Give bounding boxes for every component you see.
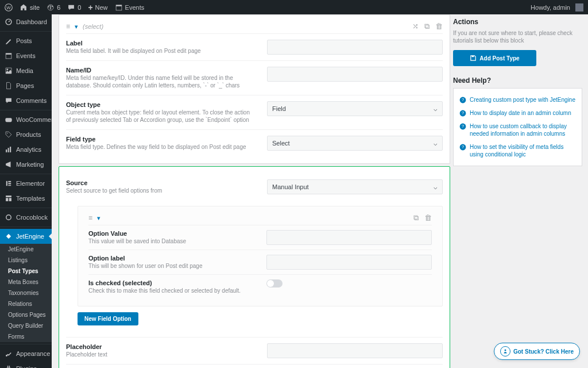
svg-text:?: ? [462,144,464,150]
menu-plugins[interactable]: Plugins [0,361,52,368]
svg-rect-10 [6,150,7,152]
source-title: Source [66,179,256,186]
menu-elementor[interactable]: Elementor [0,176,52,191]
help-link-3[interactable]: ?How to set the visibility of meta field… [459,140,576,161]
svg-rect-13 [6,181,7,186]
menu-dashboard[interactable]: Dashboard [0,14,52,29]
submenu-optionspages[interactable]: Options Pages [0,309,52,320]
svg-rect-19 [9,198,11,201]
help-widget[interactable]: Got Stuck? Click Here [494,343,580,360]
source-select[interactable]: Manual Input⌵ [267,179,443,194]
svg-rect-6 [6,53,11,55]
source-desc: Select source to get field options from [66,187,256,194]
objtype-select[interactable]: Field⌵ [267,101,443,116]
submenu-posttypes[interactable]: Post Types [0,266,52,277]
optvalue-desc: This value will be saved into Database [88,237,255,245]
caret-down-icon: ⌵ [434,105,438,113]
optlabel-input[interactable] [266,255,432,270]
events-link[interactable]: Events [115,3,145,12]
updates-link[interactable]: 6 [47,3,60,12]
actions-title: Actions [453,18,582,26]
howdy-user[interactable]: Howdy, admin [531,3,583,12]
field-source-row: Source Select source to get field option… [66,174,443,200]
menu-events[interactable]: Events [0,48,52,63]
optlabel-desc: This will be shown for user on Post edit… [88,262,255,270]
svg-rect-30 [472,56,474,57]
field-label-row: Label Meta field label. It will be displ… [66,33,443,60]
collapse-chevron-icon[interactable]: ▾ [97,214,100,222]
placeholder-input[interactable] [267,343,443,358]
svg-point-9 [7,133,7,133]
nameid-input[interactable] [267,67,443,82]
copy-icon[interactable]: ⧉ [424,22,430,31]
label-input[interactable] [267,40,443,55]
submenu-querybuilder[interactable]: Query Builder [0,320,52,331]
submenu-relations[interactable]: Relations [0,298,52,309]
drag-handle-icon[interactable]: ≡ [66,22,70,30]
submenu-forms[interactable]: Forms [0,331,52,342]
menu-woocommerce[interactable]: WooCommerce [0,112,52,127]
help-link-0[interactable]: ?Creating custom post type with JetEngin… [459,93,576,106]
submenu-taxonomies[interactable]: Taxonomies [0,288,52,298]
fieldtype-select[interactable]: Select⌵ [267,136,443,151]
delete-icon[interactable]: 🗑 [435,22,443,31]
new-field-option-button[interactable]: New Field Option [78,312,138,325]
help-title: Need Help? [453,76,582,85]
svg-text:W: W [6,5,11,10]
highlighted-section: Source Select source to get field option… [59,166,450,368]
meta-field-panel: ≡ ▾ (select) ⤭ ⧉ 🗑 Label Meta field labe… [59,14,450,164]
menu-marketing[interactable]: Marketing [0,157,52,172]
comments-link[interactable]: 0 [67,3,81,12]
collapse-chevron-icon[interactable]: ▾ [75,23,78,30]
optvalue-title: Option Value [88,230,255,237]
svg-rect-3 [116,5,122,6]
placeholder-desc: Placeholder text [66,351,256,358]
svg-point-39 [504,350,506,351]
ischecked-toggle[interactable] [266,279,283,288]
placeholder-title: Placeholder [66,343,256,350]
submenu-metaboxes[interactable]: Meta Boxes [0,277,52,288]
ischecked-title: Is checked (selected) [88,279,255,286]
add-post-type-button[interactable]: Add Post Type [453,50,536,66]
help-link-1[interactable]: ?How to display date in an admin column [459,106,576,120]
menu-products[interactable]: Products [0,127,52,142]
field-placeholder-row: Placeholder Placeholder text [66,337,443,364]
copy-icon[interactable]: ⧉ [413,213,419,223]
menu-analytics[interactable]: Analytics [0,142,52,157]
menu-posts[interactable]: Posts [0,33,52,48]
drag-handle-icon[interactable]: ≡ [88,214,92,222]
menu-appearance[interactable]: Appearance [0,346,52,361]
nameid-title: Name/ID [66,67,256,74]
shuffle-icon[interactable]: ⤭ [412,22,419,31]
submenu-listings[interactable]: Listings [0,255,52,266]
wp-logo[interactable]: W [5,3,13,12]
svg-rect-17 [6,195,11,197]
help-link-2[interactable]: ?How to use custom callback to display n… [459,120,576,140]
menu-media[interactable]: Media [0,63,52,78]
svg-point-20 [6,215,11,220]
svg-rect-11 [8,148,9,152]
fieldtype-title: Field type [66,136,256,143]
delete-icon[interactable]: 🗑 [424,213,432,223]
menu-comments[interactable]: Comments [0,93,52,108]
menu-pages[interactable]: Pages [0,78,52,93]
site-link[interactable]: site [20,3,40,12]
new-link[interactable]: +New [88,3,107,12]
optvalue-input[interactable] [266,230,432,245]
menu-crocoblock[interactable]: Crocoblock [0,210,52,225]
svg-rect-15 [8,183,11,184]
admin-bar: W site 6 0 +New Events Howdy, admin [0,0,588,14]
meta-sidebar: Actions If you are not sure where to sta… [453,14,582,166]
menu-jetengine[interactable]: JetEngine [0,229,52,244]
svg-rect-14 [8,181,11,182]
field-fieldtype-row: Field type Meta field type. Defines the … [66,129,443,156]
caret-down-icon: ⌵ [434,140,438,147]
svg-text:?: ? [462,97,464,102]
objtype-title: Object type [66,101,256,108]
save-icon [470,55,477,62]
submenu-jetengine[interactable]: JetEngine [0,244,52,255]
menu-templates[interactable]: Templates [0,191,52,206]
field-ischecked-row: Is checked (selected) Check this to make… [88,274,432,299]
caret-down-icon: ⌵ [434,183,438,191]
label-title: Label [66,40,256,47]
